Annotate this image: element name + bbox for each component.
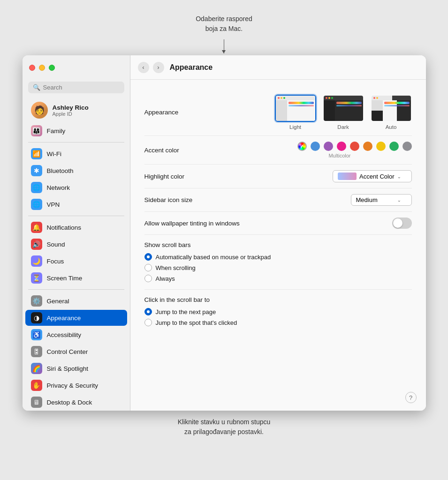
accent-green[interactable]: [389, 142, 399, 151]
click-nextpage-label: Jump to the next page: [156, 308, 216, 315]
content-body: Appearance: [130, 80, 426, 411]
sidebar-item-privacy[interactable]: ✋ Privacy & Security: [25, 377, 127, 393]
sidebar-label-appearance: Appearance: [47, 315, 81, 322]
tooltip-bottom-line1: Kliknite stavku u rubnom stupcu: [178, 418, 271, 426]
titlebar: [23, 55, 130, 80]
click-clicked-radio[interactable]: [144, 319, 152, 326]
appearance-thumb-dark[interactable]: Dark: [323, 95, 364, 130]
page-title: Appearance: [170, 63, 213, 72]
wallpaper-tinting-label: Allow wallpaper tinting in windows: [144, 220, 240, 227]
wallpaper-tinting-row: Allow wallpaper tinting in windows: [144, 212, 412, 235]
main-content: ‹ › Appearance Appearance: [130, 55, 426, 411]
highlight-color-row: Highlight color Accent Color: [144, 165, 412, 188]
close-button[interactable]: [29, 65, 35, 71]
sound-icon: 🔊: [31, 239, 42, 250]
sidebar-label-general: General: [47, 298, 69, 305]
accent-graphite[interactable]: [402, 142, 412, 151]
sidebar-icon-size-dropdown[interactable]: Medium: [351, 194, 412, 206]
sidebar-item-screentime[interactable]: ⏳ Screen Time: [25, 270, 127, 286]
search-bar[interactable]: 🔍: [28, 82, 124, 93]
siri-icon: 🌈: [31, 363, 42, 374]
thumb-dark-label: Dark: [337, 124, 349, 130]
click-scroll-label: Click in the scroll bar to: [144, 296, 412, 303]
desktop-icon: 🖥: [31, 397, 42, 408]
sidebar-label-network: Network: [47, 184, 70, 191]
user-account-item[interactable]: 🧑 Ashley Rico Apple ID: [25, 99, 127, 121]
sidebar-icon-size-row: Sidebar icon size Medium: [144, 188, 412, 212]
scroll-auto-item[interactable]: Automatically based on mouse or trackpad: [144, 253, 412, 261]
highlight-color-dropdown[interactable]: Accent Color: [333, 170, 411, 182]
search-input[interactable]: [43, 84, 120, 91]
minimize-button[interactable]: [39, 65, 45, 71]
scroll-always-item[interactable]: Always: [144, 275, 412, 282]
wallpaper-tinting-control: [247, 218, 412, 229]
content-titlebar: ‹ › Appearance: [130, 55, 426, 80]
scroll-bars-section: Show scroll bars Automatically based on …: [144, 235, 412, 290]
click-nextpage-item[interactable]: Jump to the next page: [144, 308, 412, 315]
accent-blue[interactable]: [311, 142, 320, 151]
sidebar-icon-size-control: Medium: [246, 194, 412, 206]
appearance-icon: ◑: [31, 312, 42, 323]
sidebar-label-wifi: Wi-Fi: [47, 150, 61, 158]
sidebar-item-siri[interactable]: 🌈 Siri & Spotlight: [25, 360, 127, 376]
bluetooth-icon: ✱: [31, 165, 42, 176]
sidebar-label-sound: Sound: [47, 241, 65, 248]
user-name: Ashley Rico: [53, 104, 89, 111]
sidebar-label-accessibility: Accessibility: [47, 331, 82, 338]
thumb-light-label: Light: [289, 124, 301, 130]
highlight-color-control: Accent Color: [246, 170, 412, 182]
accent-orange[interactable]: [363, 142, 372, 151]
click-nextpage-radio[interactable]: [144, 308, 152, 315]
sidebar-label-desktop: Desktop & Dock: [47, 399, 92, 406]
appearance-thumb-light[interactable]: Light: [275, 95, 316, 130]
sidebar-item-desktop[interactable]: 🖥 Desktop & Dock: [25, 394, 127, 410]
tooltip-arrow-line: [224, 39, 224, 53]
accent-color-row-circles: [297, 142, 412, 151]
click-scroll-section: Click in the scroll bar to Jump to the n…: [144, 290, 412, 333]
sidebar-item-focus[interactable]: 🌙 Focus: [25, 253, 127, 269]
sidebar-label-vpn: VPN: [47, 201, 60, 208]
thumb-auto: [371, 95, 412, 122]
click-clicked-label: Jump to the spot that's clicked: [156, 319, 237, 326]
settings-window: 🔍 🧑 Ashley Rico Apple ID 👨‍👩‍👧 Family 📶 …: [23, 55, 426, 411]
accent-multicolor[interactable]: [297, 142, 307, 151]
accent-purple[interactable]: [324, 142, 333, 151]
scroll-scrolling-radio[interactable]: [144, 264, 152, 271]
help-button[interactable]: ?: [405, 392, 417, 403]
divider-2: [28, 216, 124, 216]
user-info: Ashley Rico Apple ID: [53, 104, 89, 117]
maximize-button[interactable]: [49, 65, 55, 71]
forward-button[interactable]: ›: [153, 62, 164, 73]
sidebar-item-controlcenter[interactable]: 🎛 Control Center: [25, 344, 127, 360]
scroll-scrolling-item[interactable]: When scrolling: [144, 264, 412, 271]
sidebar-item-label-family: Family: [47, 128, 66, 135]
accent-red[interactable]: [350, 142, 359, 151]
accent-color-row: Accent color Multicolor: [144, 136, 412, 165]
sidebar-item-network[interactable]: 🌐 Network: [25, 180, 127, 195]
scroll-always-label: Always: [156, 275, 175, 282]
sidebar-item-accessibility[interactable]: ♿ Accessibility: [25, 327, 127, 343]
wallpaper-tinting-toggle[interactable]: [392, 218, 412, 229]
back-button[interactable]: ‹: [138, 62, 149, 73]
accent-yellow[interactable]: [376, 142, 386, 151]
notifications-icon: 🔔: [31, 222, 42, 233]
appearance-thumb-auto[interactable]: Auto: [371, 95, 412, 130]
tooltip-bottom: Kliknite stavku u rubnom stupcu za prila…: [178, 417, 271, 437]
sidebar-item-family[interactable]: 👨‍👩‍👧 Family: [25, 123, 127, 139]
sidebar-item-vpn[interactable]: 🌐 VPN: [25, 196, 127, 212]
sidebar-item-sound[interactable]: 🔊 Sound: [25, 236, 127, 252]
click-clicked-item[interactable]: Jump to the spot that's clicked: [144, 319, 412, 326]
tooltip-top-line1: Odaberite raspored: [196, 15, 252, 22]
sidebar-label-privacy: Privacy & Security: [47, 382, 99, 389]
sidebar-item-bluetooth[interactable]: ✱ Bluetooth: [25, 163, 127, 179]
sidebar-item-wifi[interactable]: 📶 Wi-Fi: [25, 146, 127, 162]
scroll-auto-radio[interactable]: [144, 253, 152, 261]
sidebar-item-appearance[interactable]: ◑ Appearance: [25, 310, 127, 326]
family-icon: 👨‍👩‍👧: [31, 125, 42, 136]
sidebar-item-notifications[interactable]: 🔔 Notifications: [25, 219, 127, 235]
sidebar-label-controlcenter: Control Center: [47, 348, 88, 355]
sidebar-item-general[interactable]: ⚙️ General: [25, 293, 127, 309]
divider-3: [28, 289, 124, 290]
accent-pink[interactable]: [337, 142, 346, 151]
scroll-always-radio[interactable]: [144, 275, 152, 282]
